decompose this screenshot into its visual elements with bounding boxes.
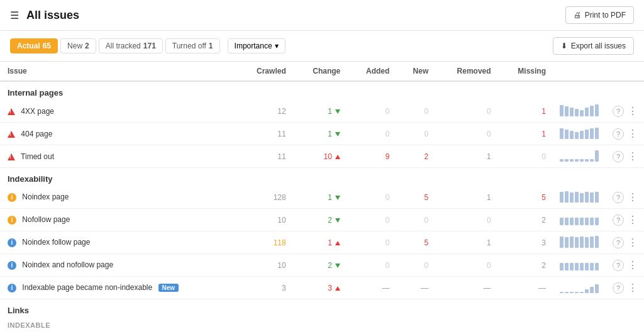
svg-rect-20 [580, 159, 584, 162]
new-value: 5 [397, 186, 436, 209]
added-value: 50 [348, 331, 397, 334]
svg-rect-34 [570, 218, 574, 225]
svg-rect-12 [580, 131, 584, 139]
svg-rect-31 [595, 192, 599, 203]
removed-value: 0 [436, 100, 498, 123]
removed-value: 1 [436, 145, 498, 168]
svg-rect-36 [580, 218, 584, 225]
sparkline-chart [558, 279, 602, 294]
svg-rect-26 [570, 192, 574, 203]
info-blue-icon: i [8, 261, 16, 270]
svg-rect-5 [585, 108, 589, 116]
added-value: 0 [348, 231, 397, 254]
change-value: 1 [294, 123, 348, 145]
more-icon[interactable]: ⋮ [626, 150, 639, 162]
removed-value: 0 [436, 123, 498, 145]
removed-value: 0 [436, 254, 498, 277]
issue-name: i Indexable page became non-indexable Ne… [0, 277, 237, 299]
arrow-down-icon [335, 132, 340, 136]
more-icon[interactable]: ⋮ [626, 282, 639, 294]
sparkline [553, 186, 608, 209]
page-title: All issues [26, 9, 79, 22]
col-new: New [397, 62, 436, 81]
section-links: Links [0, 299, 644, 318]
menu-icon[interactable]: ☰ [10, 9, 19, 21]
svg-rect-28 [580, 193, 584, 203]
svg-rect-27 [575, 192, 579, 203]
svg-rect-29 [585, 192, 589, 203]
svg-rect-46 [590, 237, 594, 248]
svg-rect-40 [560, 237, 564, 248]
more-icon[interactable]: ⋮ [626, 128, 639, 140]
table-row: i Noindex page 128 1 0 5 1 5 [0, 186, 644, 209]
col-added: Added [348, 62, 397, 81]
help-icon[interactable]: ? [613, 192, 624, 203]
sparkline [553, 209, 608, 231]
row-actions: ? ⋮ [608, 277, 644, 299]
help-icon[interactable]: ? [613, 128, 624, 140]
info-blue-icon: i [8, 238, 16, 247]
col-missing: Missing [499, 62, 553, 81]
svg-rect-25 [565, 191, 569, 203]
help-icon[interactable]: ? [613, 282, 624, 294]
export-button[interactable]: ⬇ Export all issues [553, 37, 634, 55]
added-value: — [348, 277, 397, 299]
more-icon[interactable]: ⋮ [626, 259, 639, 271]
print-button[interactable]: 🖨 Print to PDF [565, 6, 634, 24]
new-value: 0 [397, 209, 436, 231]
sparkline [553, 231, 608, 254]
svg-rect-22 [590, 159, 594, 162]
missing-value: 3 [499, 231, 553, 254]
issue-name: i Noindex and nofollow page [0, 254, 237, 277]
change-value: 10 [294, 145, 348, 168]
help-icon[interactable]: ? [613, 151, 624, 162]
svg-rect-33 [565, 218, 569, 225]
help-icon[interactable]: ? [613, 237, 624, 248]
issue-name: ! Timed out [0, 145, 237, 168]
section-internal-pages: Internal pages [0, 81, 644, 100]
importance-button[interactable]: Importance ▾ [228, 38, 286, 53]
missing-value: 2 [499, 209, 553, 231]
sparkline-chart [558, 234, 602, 249]
svg-rect-62 [590, 287, 594, 293]
help-icon[interactable]: ? [613, 106, 624, 117]
export-icon: ⬇ [561, 42, 567, 50]
tab-actual[interactable]: Actual 65 [10, 38, 58, 53]
more-icon[interactable]: ⋮ [626, 237, 639, 248]
svg-rect-7 [595, 104, 599, 116]
table-row: i Indexable page became non-indexable Ne… [0, 277, 644, 299]
table-row: ! Canonical URL has no incoming internal… [0, 331, 644, 334]
svg-rect-47 [595, 236, 599, 248]
crawled-value: 10 [237, 209, 294, 231]
new-value: 78 [397, 331, 436, 334]
help-icon[interactable]: ? [613, 214, 624, 226]
svg-rect-59 [575, 292, 579, 293]
table-row: i Nofollow page 10 2 0 0 0 2 [0, 209, 644, 231]
svg-rect-58 [570, 292, 574, 293]
svg-rect-21 [585, 159, 589, 162]
svg-rect-63 [595, 284, 599, 293]
table-row: i Noindex follow page 118 1 0 5 1 3 [0, 231, 644, 254]
svg-rect-4 [580, 110, 584, 116]
table-row: ! 4XX page 12 1 0 0 0 1 [0, 100, 644, 123]
sparkline [553, 277, 608, 299]
issue-name: i Nofollow page [0, 209, 237, 231]
svg-rect-41 [565, 237, 569, 248]
svg-rect-17 [565, 159, 569, 162]
help-icon[interactable]: ? [613, 260, 624, 271]
more-icon[interactable]: ⋮ [626, 214, 639, 226]
more-icon[interactable]: ⋮ [626, 105, 639, 117]
tab-new[interactable]: New 2 [60, 38, 96, 53]
crawled-value: 12 [237, 100, 294, 123]
missing-value: 2 [499, 254, 553, 277]
row-actions: ? ⋮ [608, 100, 644, 123]
arrow-up-icon [335, 241, 340, 245]
svg-rect-6 [590, 106, 594, 116]
issue-name: ! 4XX page [0, 100, 237, 123]
svg-rect-32 [560, 218, 564, 225]
svg-rect-52 [580, 263, 584, 270]
tab-turned-off[interactable]: Turned off 1 [165, 38, 220, 53]
more-icon[interactable]: ⋮ [626, 191, 639, 203]
added-value: 0 [348, 209, 397, 231]
tab-all-tracked[interactable]: All tracked 171 [99, 38, 163, 53]
